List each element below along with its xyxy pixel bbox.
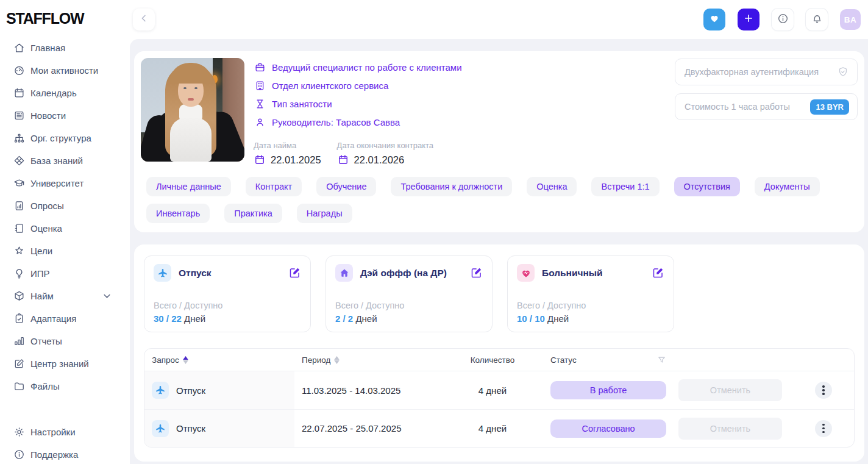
- sidebar-item-knowledge-center[interactable]: Центр знаний: [0, 352, 130, 375]
- star-icon: [13, 245, 25, 257]
- back-button[interactable]: [133, 9, 155, 30]
- available-days: 10: [535, 313, 545, 324]
- action-cell: Отменить: [678, 418, 806, 440]
- dates-block: Дата найма 22.01.2025 Дата окончания кон…: [254, 141, 462, 166]
- edit-button[interactable]: [470, 266, 483, 279]
- column-header-1[interactable]: Запрос: [144, 355, 294, 365]
- absence-card-title: Больничный: [542, 268, 644, 279]
- sidebar-item-goals[interactable]: Цели: [0, 240, 130, 262]
- edit-button[interactable]: [652, 266, 664, 279]
- graduation-icon: [13, 177, 25, 189]
- column-label: Запрос: [152, 355, 179, 365]
- status-cell: Согласовано: [538, 419, 678, 438]
- sidebar-item-settings[interactable]: Настройки: [0, 421, 130, 443]
- diamond-icon: [13, 155, 25, 166]
- request-cell: Отпуск: [144, 410, 294, 447]
- sidebar-item-university[interactable]: Университет: [0, 172, 130, 195]
- total-days: 10: [517, 313, 527, 324]
- tab-Личные данные[interactable]: Личные данные: [146, 177, 231, 196]
- bars-icon: [13, 335, 25, 347]
- sidebar-item-files[interactable]: Файлы: [0, 375, 130, 398]
- hourglass-icon: [254, 98, 266, 110]
- sidebar-item-home[interactable]: Главная: [0, 37, 130, 59]
- cancel-button[interactable]: Отменить: [678, 418, 782, 440]
- sidebar-item-hiring[interactable]: Найм: [0, 285, 130, 307]
- add-button[interactable]: [738, 9, 760, 30]
- absence-card: БольничныйВсего / Доступно10 / 10 Дней: [507, 255, 674, 332]
- gauge-icon: [13, 65, 25, 76]
- profile-detail-row: Тип занятости: [254, 95, 462, 113]
- notifications-button[interactable]: [806, 9, 828, 30]
- sidebar-item-label: Адаптация: [30, 313, 76, 324]
- gear-icon: [13, 426, 25, 438]
- edit-button[interactable]: [288, 266, 301, 279]
- sidebar-item-ipr[interactable]: ИПР: [0, 262, 130, 285]
- brand-logo[interactable]: STAFFLOW: [6, 10, 84, 27]
- sidebar-item-news[interactable]: Новости: [0, 104, 130, 127]
- sidebar-item-support[interactable]: Поддержка: [0, 443, 130, 464]
- tab-Встречи 1:1[interactable]: Встречи 1:1: [591, 177, 659, 196]
- sidebar-item-assessment[interactable]: Оценка: [0, 217, 130, 240]
- contract-end-group: Дата окончания контракта 22.01.2026: [337, 141, 434, 166]
- detail-rows: Ведущий специалист по работе с клиентами…: [254, 58, 462, 131]
- filter-funnel-icon[interactable]: [657, 355, 666, 365]
- table-body: Отпуск11.03.2025 - 14.03.20254 днейВ раб…: [144, 371, 854, 447]
- tab-Практика[interactable]: Практика: [224, 204, 282, 223]
- sort-icons[interactable]: [183, 356, 188, 364]
- sort-icons[interactable]: [334, 356, 340, 364]
- sidebar-item-reports[interactable]: Отчеты: [0, 330, 130, 352]
- tab-Требования к должности[interactable]: Требования к должности: [391, 177, 512, 196]
- absence-card: Дэй оффф (на ДР)Всего / Доступно2 / 2 Дн…: [326, 255, 493, 332]
- sidebar-item-label: Поддержка: [30, 449, 78, 460]
- period-cell: 22.07.2025 - 25.07.2025: [294, 423, 447, 434]
- news-icon: [13, 110, 25, 121]
- sidebar-item-surveys[interactable]: Опросы: [0, 195, 130, 217]
- sidebar-item-label: Найм: [30, 291, 54, 301]
- stats-label: Всего / Доступно: [335, 301, 483, 310]
- tab-Оценка[interactable]: Оценка: [527, 177, 577, 196]
- user-avatar[interactable]: BA: [840, 9, 861, 30]
- two-factor-auth-label: Двухфакторная аутентификация: [685, 67, 819, 77]
- tab-Обучение[interactable]: Обучение: [316, 177, 376, 196]
- profile-detail-text: Руководитель: Тарасов Савва: [272, 117, 400, 127]
- absence-card-stats: Всего / Доступно30 / 22 Дней: [154, 301, 301, 324]
- menu-cell: [806, 420, 854, 437]
- heart-pulse-tile: [517, 264, 535, 282]
- info-icon: [777, 13, 789, 27]
- tab-Отсутствия[interactable]: Отсутствия: [674, 177, 740, 196]
- tab-Контракт[interactable]: Контракт: [246, 177, 302, 196]
- sidebar-item-calendar[interactable]: Календарь: [0, 82, 130, 104]
- heart-icon: [709, 13, 720, 26]
- sidebar-item-label: Календарь: [30, 88, 77, 98]
- sidebar-item-org-structure[interactable]: Орг. структура: [0, 127, 130, 149]
- home-icon: [13, 42, 25, 54]
- kebab-menu-button[interactable]: [815, 420, 832, 437]
- table-row: Отпуск11.03.2025 - 14.03.20254 днейВ раб…: [144, 371, 854, 409]
- tab-Документы[interactable]: Документы: [755, 177, 820, 196]
- column-header-3: Количество: [447, 355, 538, 365]
- kebab-menu-button[interactable]: [815, 382, 832, 399]
- briefcase-icon: [254, 61, 266, 73]
- cancel-button[interactable]: Отменить: [678, 379, 782, 401]
- column-header-2[interactable]: Период: [294, 355, 447, 365]
- total-days: 30: [154, 313, 164, 324]
- tab-Инвентарь[interactable]: Инвентарь: [146, 204, 210, 223]
- info-button[interactable]: [772, 9, 794, 30]
- sidebar-item-label: База знаний: [30, 155, 83, 166]
- tab-Награды[interactable]: Награды: [297, 204, 352, 223]
- sidebar-item-knowledge-base[interactable]: База знаний: [0, 149, 130, 172]
- status-cell: В работе: [538, 381, 678, 399]
- plane-icon: [155, 385, 166, 396]
- sidebar-item-label: Цели: [30, 246, 52, 256]
- favorites-button[interactable]: [703, 9, 725, 30]
- absence-card: ОтпускВсего / Доступно30 / 22 Дней: [144, 255, 311, 332]
- two-factor-auth-field[interactable]: Двухфакторная аутентификация: [675, 59, 858, 85]
- hourly-rate-field[interactable]: Стоимость 1 часа работы 13 BYR: [675, 93, 858, 120]
- sidebar-item-activities[interactable]: Мои активности: [0, 59, 130, 82]
- bulb-icon: [13, 268, 25, 279]
- person-icon: [254, 116, 266, 128]
- sidebar-item-adaptation[interactable]: Адаптация: [0, 307, 130, 330]
- column-label: Количество: [471, 355, 515, 365]
- sidebar-item-label: Университет: [30, 178, 84, 188]
- hire-date-value: 22.01.2025: [271, 154, 321, 166]
